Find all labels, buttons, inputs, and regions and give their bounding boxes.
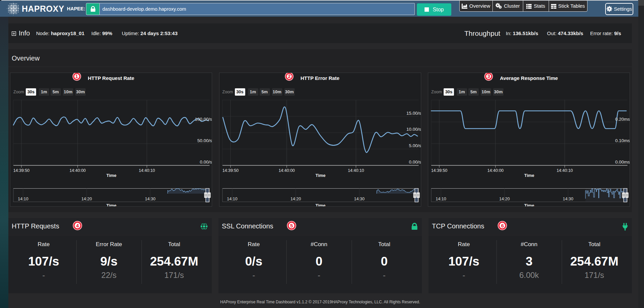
- svg-text:Time: Time: [524, 173, 534, 178]
- svg-text:14:30: 14:30: [563, 197, 573, 201]
- svg-text:14:40:00: 14:40:00: [487, 168, 504, 173]
- svg-text:Time: Time: [524, 203, 534, 207]
- svg-text:14:40:10: 14:40:10: [557, 168, 573, 173]
- svg-text:14:20: 14:20: [290, 197, 301, 201]
- svg-text:14:40:00: 14:40:00: [278, 168, 295, 173]
- svg-text:100.00/s: 100.00/s: [195, 117, 212, 122]
- svg-text:0.00ms: 0.00ms: [615, 160, 630, 165]
- svg-text:0.10ms: 0.10ms: [615, 138, 630, 143]
- svg-text:10.00/s: 10.00/s: [406, 127, 421, 132]
- svg-text:14:10: 14:10: [227, 197, 237, 201]
- svg-text:0.20ms: 0.20ms: [615, 117, 630, 122]
- svg-text:Time: Time: [106, 173, 116, 178]
- svg-text:14:30: 14:30: [354, 197, 364, 201]
- svg-text:Time: Time: [315, 173, 325, 178]
- svg-text:50.00/s: 50.00/s: [197, 138, 212, 143]
- svg-text:14:39:50: 14:39:50: [222, 168, 239, 173]
- svg-text:14:20: 14:20: [81, 197, 92, 201]
- svg-text:Time: Time: [106, 203, 116, 207]
- svg-text:15.00/s: 15.00/s: [406, 111, 421, 116]
- svg-text:14:39:50: 14:39:50: [13, 168, 30, 173]
- svg-text:14:40:10: 14:40:10: [139, 168, 155, 173]
- svg-text:14:40:00: 14:40:00: [70, 168, 86, 173]
- svg-text:14:39:50: 14:39:50: [431, 168, 448, 173]
- svg-text:Time: Time: [315, 203, 325, 207]
- svg-text:14:10: 14:10: [436, 197, 446, 201]
- svg-text:14:10: 14:10: [18, 197, 28, 201]
- svg-text:14:40:10: 14:40:10: [348, 168, 364, 173]
- svg-text:0.00/s: 0.00/s: [409, 160, 421, 165]
- svg-text:14:30: 14:30: [145, 197, 155, 201]
- svg-text:0.00/s: 0.00/s: [200, 160, 212, 165]
- svg-text:14:20: 14:20: [499, 197, 510, 201]
- svg-text:5.00/s: 5.00/s: [409, 143, 421, 148]
